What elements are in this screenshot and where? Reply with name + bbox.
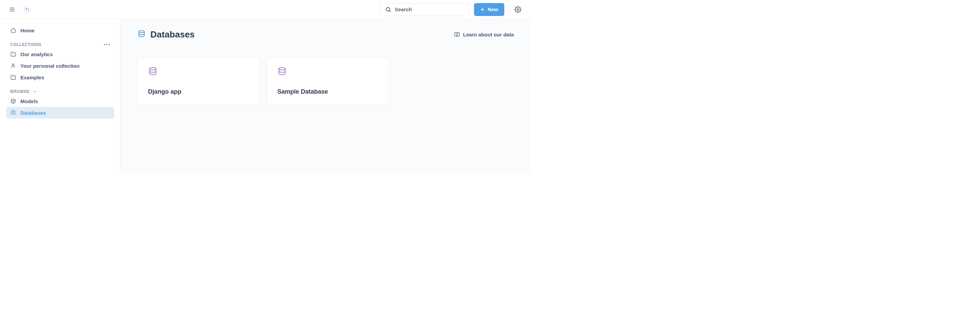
page-title: Databases [150, 29, 195, 40]
hamburger-icon [9, 6, 15, 13]
database-icon [277, 67, 379, 77]
sidebar-collection-item[interactable]: Your personal collection [6, 60, 114, 72]
folder-icon [10, 51, 16, 57]
new-button-label: New [488, 6, 498, 12]
collections-more-button[interactable] [104, 44, 110, 45]
svg-point-4 [26, 6, 27, 7]
database-card-title: Django app [148, 88, 250, 96]
search-icon [385, 6, 391, 13]
sidebar-item-label: Our analytics [21, 51, 53, 57]
app-header: New [0, 0, 531, 19]
svg-point-10 [24, 10, 25, 11]
svg-point-11 [26, 10, 27, 11]
plus-icon [480, 7, 485, 12]
sidebar-item-label: Databases [21, 110, 46, 116]
svg-point-8 [28, 8, 29, 9]
sidebar-collection-item[interactable]: Our analytics [6, 48, 114, 60]
svg-point-5 [28, 6, 29, 7]
person-icon [10, 63, 16, 69]
learn-link-label: Learn about our data [463, 32, 514, 37]
sidebar-item-home[interactable]: Home [6, 24, 114, 36]
home-icon [10, 27, 16, 33]
svg-point-3 [24, 6, 25, 7]
svg-point-22 [139, 31, 144, 33]
page-title-group: Databases [137, 29, 195, 40]
search-box[interactable] [380, 3, 469, 16]
sidebar-item-label: Examples [21, 75, 44, 80]
logo-icon [22, 4, 33, 15]
svg-point-18 [517, 8, 519, 10]
svg-point-13 [26, 12, 27, 13]
menu-toggle-button[interactable] [7, 4, 18, 15]
collections-label: COLLECTIONS [10, 42, 41, 47]
learn-about-data-link[interactable]: Learn about our data [454, 32, 514, 37]
svg-line-15 [390, 11, 391, 11]
database-card[interactable]: Django app [137, 57, 260, 105]
sidebar-item-label: Models [21, 99, 38, 104]
browse-section-header[interactable]: BROWSE [6, 83, 114, 96]
svg-point-7 [26, 8, 27, 9]
sidebar-item-label: Home [21, 27, 35, 33]
settings-button[interactable] [512, 3, 524, 16]
svg-point-9 [30, 8, 31, 9]
sidebar-collection-item[interactable]: Examples [6, 72, 114, 83]
svg-point-24 [279, 67, 285, 70]
folder-icon [10, 74, 16, 80]
database-icon [10, 110, 16, 116]
svg-point-14 [386, 8, 390, 11]
new-button[interactable]: New [474, 3, 504, 16]
sidebar-item-label: Your personal collection [21, 63, 80, 69]
sidebar-browse-item-models[interactable]: Models [6, 96, 114, 107]
svg-point-19 [12, 64, 14, 66]
gear-icon [514, 6, 521, 13]
cube-icon [10, 98, 16, 104]
collections-section-header: COLLECTIONS [6, 36, 114, 48]
svg-point-23 [150, 67, 156, 70]
sidebar: Home COLLECTIONS Our analyticsYour perso… [0, 19, 120, 172]
sidebar-browse-item-databases[interactable]: Databases [6, 107, 114, 118]
svg-point-21 [11, 110, 15, 112]
database-card-title: Sample Database [277, 88, 379, 96]
database-card[interactable]: Sample Database [267, 57, 389, 105]
svg-point-6 [24, 8, 25, 9]
svg-point-12 [28, 10, 29, 11]
main-content: Databases Learn about our data Django ap… [120, 19, 531, 172]
book-icon [454, 32, 460, 37]
browse-label: BROWSE [10, 89, 30, 94]
app-logo[interactable] [22, 4, 33, 15]
database-icon [137, 30, 146, 39]
search-input[interactable] [395, 6, 464, 12]
database-icon [148, 67, 250, 77]
chevron-down-icon [33, 90, 37, 93]
